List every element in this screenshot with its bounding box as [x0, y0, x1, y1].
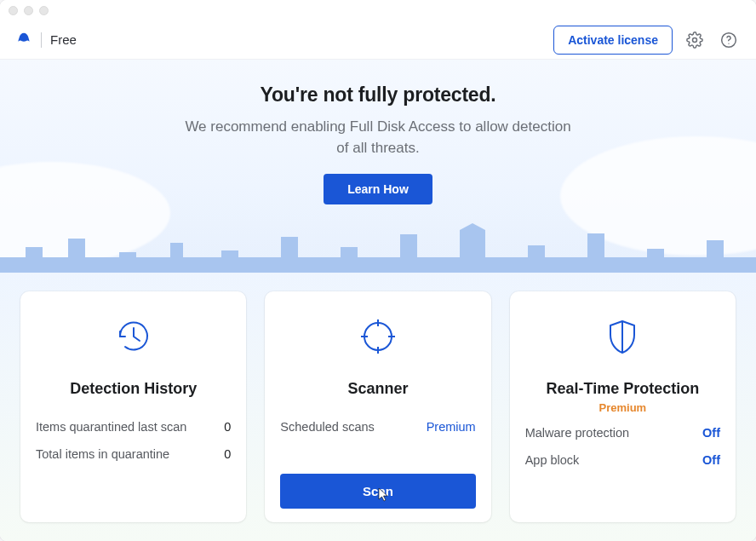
- row-value: 0: [224, 420, 231, 434]
- detection-history-card: Detection History Items quarantined last…: [20, 291, 246, 522]
- close-window-button[interactable]: [9, 6, 18, 15]
- app-window: Free Activate license You're not fully p…: [0, 0, 756, 541]
- learn-how-button[interactable]: Learn How: [324, 174, 432, 204]
- malware-protection-toggle[interactable]: Off: [702, 426, 720, 440]
- activate-license-button[interactable]: Activate license: [553, 26, 673, 55]
- card-title: Detection History: [36, 380, 231, 398]
- scanner-row: Scheduled scans Premium: [280, 420, 475, 434]
- history-row: Items quarantined last scan 0: [36, 420, 231, 434]
- header-bar: Free Activate license: [0, 20, 756, 60]
- divider: [41, 32, 42, 48]
- titlebar: [0, 0, 756, 20]
- card-title: Scanner: [280, 380, 475, 398]
- cards-area: Detection History Items quarantined last…: [0, 273, 756, 541]
- row-label: App block: [525, 453, 580, 467]
- settings-button[interactable]: [683, 28, 707, 52]
- row-value: 0: [224, 447, 231, 461]
- history-row: Total items in quarantine 0: [36, 447, 231, 461]
- scan-button[interactable]: Scan: [280, 474, 475, 509]
- realtime-protection-card: Real-Time Protection Premium Malware pro…: [510, 291, 736, 522]
- svg-point-2: [728, 43, 729, 43]
- gear-icon: [686, 32, 703, 49]
- app-block-toggle[interactable]: Off: [702, 453, 720, 467]
- hero-title: You're not fully protected.: [0, 83, 756, 106]
- svg-point-3: [364, 323, 392, 350]
- crosshair-icon: [280, 312, 475, 361]
- row-label: Items quarantined last scan: [36, 420, 186, 434]
- help-icon: [720, 32, 737, 49]
- svg-point-0: [693, 37, 697, 42]
- tier-label: Free: [50, 32, 77, 47]
- hero-subtitle: We recommend enabling Full Disk Access t…: [0, 117, 756, 158]
- logo-area: Free: [15, 32, 77, 49]
- row-label: Total items in quarantine: [36, 447, 169, 461]
- premium-link[interactable]: Premium: [427, 420, 476, 434]
- premium-badge: Premium: [525, 401, 720, 414]
- minimize-window-button[interactable]: [24, 6, 33, 15]
- app-logo-icon: [15, 32, 32, 49]
- history-icon: [36, 312, 231, 361]
- hero-banner: You're not fully protected. We recommend…: [0, 60, 756, 273]
- skyline-decoration: [0, 222, 756, 273]
- scanner-card: Scanner Scheduled scans Premium Scan: [265, 291, 490, 522]
- realtime-row: Malware protection Off: [525, 426, 720, 440]
- zoom-window-button[interactable]: [39, 6, 49, 15]
- shield-icon: [525, 312, 720, 361]
- row-label: Malware protection: [525, 426, 630, 440]
- row-label: Scheduled scans: [280, 420, 374, 434]
- realtime-row: App block Off: [525, 453, 720, 467]
- help-button[interactable]: [717, 28, 741, 52]
- card-title: Real-Time Protection: [525, 380, 720, 398]
